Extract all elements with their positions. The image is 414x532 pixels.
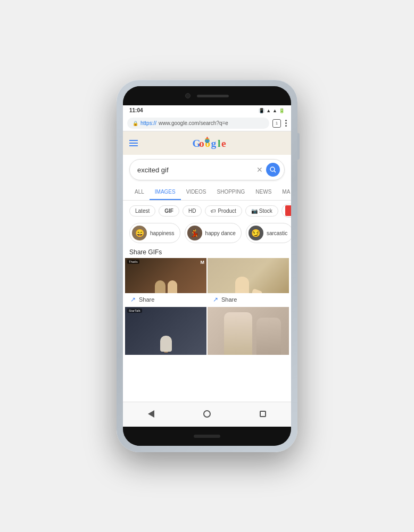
gif-item-2[interactable]: ↗ Share <box>208 258 289 306</box>
google-header: G o o g l e <box>123 131 291 155</box>
svg-text:e: e <box>221 138 226 149</box>
hamburger-menu[interactable] <box>129 140 138 146</box>
gif-item-4[interactable] <box>208 307 289 355</box>
menu-dot <box>285 122 287 124</box>
suggestion-happy-dance-label: happy dance <box>205 230 236 236</box>
recents-icon <box>260 411 266 417</box>
home-icon <box>203 410 211 418</box>
share-label-2: Share <box>221 296 237 303</box>
bottom-spacer <box>123 355 291 360</box>
status-bar: 11:04 📳 ▲ ▲ 🔋 <box>123 105 291 115</box>
suggestion-happiness[interactable]: 😄 happiness <box>129 223 180 243</box>
lock-icon: 🔒 <box>133 121 138 126</box>
speaker-grille <box>197 95 229 97</box>
search-box[interactable]: excited gif ✕ <box>129 159 285 180</box>
battery-icon: 🔋 <box>279 108 285 113</box>
back-icon <box>148 410 154 418</box>
search-query: excited gif <box>137 166 253 174</box>
suggestion-chips: 😄 happiness 💃 happy dance 😏 sarcastic <box>123 221 291 245</box>
section-title: Share GIFs <box>123 245 291 258</box>
menu-button[interactable] <box>285 120 287 127</box>
google-logo-area: G o o g l e <box>143 136 285 151</box>
hamburger-line <box>129 143 138 144</box>
tab-videos[interactable]: VIDEOS <box>181 185 212 200</box>
vibrate-icon: 📳 <box>259 108 264 113</box>
clear-search-button[interactable]: ✕ <box>256 165 263 174</box>
phone-top-bar <box>123 86 291 105</box>
tag-icon: 🏷 <box>211 208 216 214</box>
menu-dot <box>285 125 287 127</box>
url-actions: 1 <box>272 119 287 128</box>
share-icon-2: ↗ <box>213 296 218 303</box>
gif-share-button-1[interactable]: ↗ Share <box>125 293 206 306</box>
avatar-sarcastic: 😏 <box>249 226 263 240</box>
fingerprint-sensor[interactable] <box>194 435 220 438</box>
hamburger-line <box>129 145 138 146</box>
filter-stock[interactable]: 📷 Stock <box>245 205 278 217</box>
filter-color[interactable] <box>281 204 291 218</box>
filter-product-label: Product <box>218 208 236 214</box>
filter-gif[interactable]: GIF <box>159 205 179 217</box>
gif-share-button-2[interactable]: ↗ Share <box>208 293 289 306</box>
phone-screen: 11:04 📳 ▲ ▲ 🔋 🔒 https:// www.google.com/… <box>123 105 291 427</box>
camera-dot <box>185 93 191 98</box>
search-icon <box>270 167 276 173</box>
avatar-happy-dance: 💃 <box>187 226 202 240</box>
color-swatch-red <box>285 205 291 216</box>
svg-point-11 <box>270 167 275 171</box>
suggestion-happiness-label: happiness <box>150 230 175 236</box>
signal-icon: ▲ <box>272 108 277 113</box>
wifi-icon: ▲ <box>266 108 271 113</box>
svg-line-12 <box>274 171 276 172</box>
status-icons: 📳 ▲ ▲ 🔋 <box>259 108 285 113</box>
filter-chips: Latest GIF HD 🏷 Product 📷 Stock <box>123 201 291 221</box>
nav-tabs: ALL IMAGES VIDEOS SHOPPING NEWS MA <box>123 185 291 201</box>
google-doodle: G o o g l e <box>192 136 236 151</box>
gif-source-3: StarTalk <box>127 309 142 313</box>
svg-rect-10 <box>205 139 209 139</box>
avatar-happiness: 😄 <box>132 226 147 240</box>
svg-text:g: g <box>211 138 216 149</box>
share-label-1: Share <box>139 296 154 303</box>
suggestion-sarcastic-label: sarcastic <box>267 230 287 236</box>
svg-text:o: o <box>199 138 204 149</box>
phone-bottom-bar <box>123 427 291 446</box>
filter-product[interactable]: 🏷 Product <box>205 205 242 217</box>
url-bar: 🔒 https:// www.google.com/search?q=e 1 <box>123 115 291 131</box>
share-icon-1: ↗ <box>130 296 136 303</box>
home-button[interactable] <box>200 406 214 421</box>
gif-source-1: ThatIs <box>127 260 139 264</box>
tab-count[interactable]: 1 <box>272 119 281 128</box>
gif-item-1[interactable]: ThatIs M ↗ Share <box>125 258 206 306</box>
tab-all[interactable]: ALL <box>129 185 150 200</box>
phone-bottom-nav <box>123 402 291 427</box>
tab-news[interactable]: NEWS <box>250 185 277 200</box>
url-protocol: https:// <box>140 120 156 126</box>
url-domain: www.google.com/search?q=e <box>159 120 228 126</box>
status-time: 11:04 <box>129 107 143 113</box>
tab-shopping[interactable]: SHOPPING <box>212 185 251 200</box>
hamburger-line <box>129 140 138 141</box>
phone-shell: 11:04 📳 ▲ ▲ 🔋 🔒 https:// www.google.com/… <box>117 80 297 452</box>
tab-more[interactable]: MA <box>277 185 291 200</box>
suggestion-happy-dance[interactable]: 💃 happy dance <box>185 223 242 243</box>
svg-text:l: l <box>218 138 221 149</box>
filter-latest[interactable]: Latest <box>129 205 155 217</box>
photo-icon: 📷 <box>251 208 258 214</box>
search-box-container: excited gif ✕ <box>123 155 291 185</box>
phone-inner: 11:04 📳 ▲ ▲ 🔋 🔒 https:// www.google.com/… <box>123 86 291 446</box>
search-button[interactable] <box>266 163 280 177</box>
gif-grid: ThatIs M ↗ Share <box>123 258 291 355</box>
browser-content[interactable]: G o o g l e <box>123 131 291 402</box>
url-field[interactable]: 🔒 https:// www.google.com/search?q=e <box>127 118 269 129</box>
gif-network-1: M <box>201 260 205 265</box>
back-button[interactable] <box>144 406 159 421</box>
gif-item-3[interactable]: StarTalk <box>125 307 206 355</box>
suggestion-sarcastic[interactable]: 😏 sarcastic <box>246 223 291 243</box>
tab-images[interactable]: IMAGES <box>150 185 181 200</box>
recents-button[interactable] <box>255 406 270 421</box>
volume-button[interactable] <box>297 133 300 160</box>
menu-dot <box>285 120 287 121</box>
filter-hd[interactable]: HD <box>183 205 202 217</box>
